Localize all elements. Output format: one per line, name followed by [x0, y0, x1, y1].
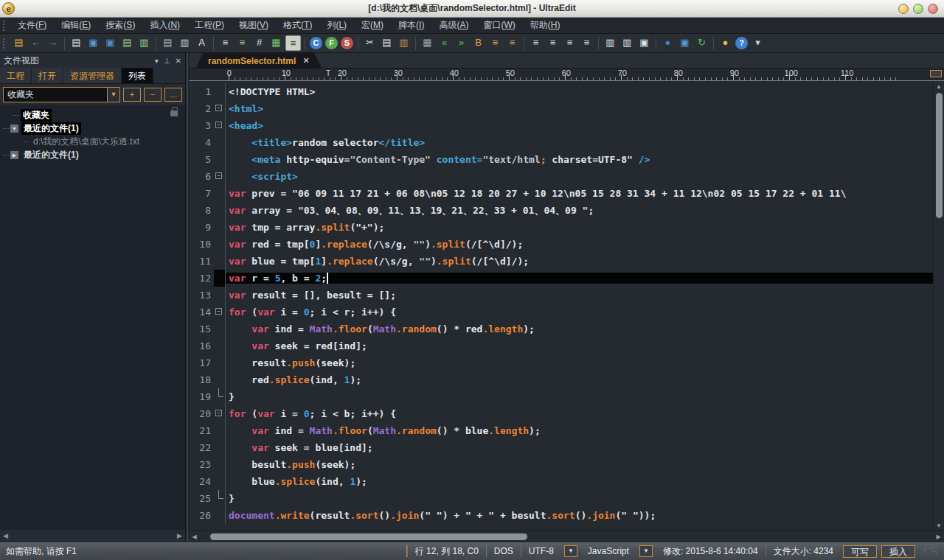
print-icon[interactable]: ▤	[160, 35, 176, 51]
code-line-18[interactable]: 18 red.splice(ind, 1);	[189, 371, 933, 388]
vertical-scroll-thumb[interactable]	[936, 93, 943, 218]
code-line-25[interactable]: 25}	[189, 490, 933, 507]
horizontal-scrollbar[interactable]: ◀ ▶	[189, 531, 944, 542]
sidebar-tab-project[interactable]: 工程	[0, 68, 32, 83]
print-preview-icon[interactable]: ▥	[177, 35, 192, 51]
tile-window-icon[interactable]: ▥	[620, 35, 635, 51]
document-tab[interactable]: randomSelector.html ✕	[196, 53, 322, 68]
code-line-23[interactable]: 23 besult.push(seek);	[189, 456, 933, 473]
ftp-open-icon[interactable]: ▤	[119, 35, 135, 51]
encoding[interactable]: UTF-8	[521, 545, 561, 557]
code-line-17[interactable]: 17 result.push(seek);	[189, 354, 933, 371]
split-window-icon[interactable]: ▥	[603, 35, 618, 51]
code-line-13[interactable]: 13var result = [], besult = [];	[189, 287, 933, 304]
forward-icon[interactable]: →	[45, 35, 60, 51]
maximize-button[interactable]	[913, 4, 923, 14]
function-f-icon[interactable]: F	[325, 37, 338, 49]
code-line-21[interactable]: 21 var ind = Math.floor(Math.random() * …	[189, 422, 933, 439]
menu-item-T[interactable]: 格式(T)	[276, 18, 319, 33]
menu-item-S[interactable]: 搜索(S)	[98, 18, 142, 33]
code-line-16[interactable]: 16 var seek = red[ind];	[189, 337, 933, 354]
menu-item-V[interactable]: 视图(V)	[232, 18, 276, 33]
code-line-15[interactable]: 15 var ind = Math.floor(Math.random() * …	[189, 321, 933, 337]
help-icon[interactable]: ?	[735, 37, 748, 49]
horizontal-scroll-thumb[interactable]	[210, 533, 527, 540]
collapse-icon[interactable]: ▼	[10, 125, 18, 133]
code-line-8[interactable]: 8var array = "03、04、08、09、11、13、19、21、22…	[189, 202, 933, 219]
scroll-left-icon[interactable]: ◀	[189, 533, 200, 540]
menu-item-E[interactable]: 编辑(E)	[54, 18, 98, 33]
scroll-down-icon[interactable]: ▼	[934, 521, 944, 531]
template-list-2-icon[interactable]: ≡	[545, 35, 560, 51]
syntax-mode[interactable]: JavaScript	[580, 545, 636, 557]
html-preview-icon[interactable]: ▣	[677, 35, 693, 51]
title-bar[interactable]: e [d:\我的文档\桌面\randomSelector.html] - Ult…	[0, 0, 944, 18]
add-favorite-button[interactable]: +	[123, 88, 141, 102]
menu-grip[interactable]	[3, 21, 7, 31]
template-list-1-icon[interactable]: ≡	[528, 35, 544, 51]
sidebar-tab-explorer[interactable]: 资源管理器	[63, 68, 122, 83]
writable-toggle[interactable]: 可写	[843, 545, 877, 558]
menu-item-A[interactable]: 高级(A)	[431, 18, 476, 33]
menu-item-P[interactable]: 工程(P)	[187, 18, 232, 33]
copy-icon[interactable]: ▤	[379, 35, 395, 51]
fold-collapse-icon[interactable]: −	[215, 308, 222, 315]
menu-item-M[interactable]: 宏(M)	[354, 18, 391, 33]
expand-icon[interactable]: ▶	[10, 151, 18, 159]
line-format[interactable]: DOS	[486, 545, 521, 557]
duplicate-window-icon[interactable]: ▣	[636, 35, 652, 51]
menu-item-L[interactable]: 列(L)	[319, 18, 354, 33]
code-editor[interactable]: 1<!DOCTYPE HTML>2−<html>3−<head>4 <title…	[189, 81, 933, 531]
panel-close-icon[interactable]: ✕	[176, 57, 181, 65]
code-line-2[interactable]: 2−<html>	[189, 100, 933, 117]
scroll-right-icon[interactable]: ▶	[933, 533, 944, 540]
template-list-3-icon[interactable]: ≡	[562, 35, 577, 51]
toolbar-overflow-icon[interactable]: ▾	[750, 35, 766, 51]
tree-item[interactable]: 收藏夹	[0, 108, 185, 122]
menu-item-W[interactable]: 窗口(W)	[476, 18, 522, 33]
code-line-10[interactable]: 10var red = tmp[0].replace(/\s/g, "").sp…	[189, 236, 933, 253]
syntax-dropdown-icon[interactable]: ▼	[639, 545, 653, 557]
next-change-icon[interactable]: »	[454, 35, 469, 51]
more-favorites-button[interactable]: …	[164, 88, 182, 102]
template-list-4-icon[interactable]: ≡	[579, 35, 594, 51]
panel-pin-icon[interactable]: ⊥	[164, 57, 170, 65]
string-s-icon[interactable]: S	[341, 37, 353, 49]
tree-item[interactable]: d:\我的文档\桌面\大乐透.txt	[0, 135, 185, 148]
prev-change-icon[interactable]: «	[437, 35, 452, 51]
tag-list-icon[interactable]: ≡	[504, 35, 520, 51]
macro-list-icon[interactable]: ≡	[487, 35, 503, 51]
fold-collapse-icon[interactable]: −	[215, 122, 222, 128]
insert-mode-toggle[interactable]: 插入	[881, 545, 915, 558]
menu-item-I[interactable]: 脚本(I)	[391, 18, 431, 33]
vertical-scrollbar[interactable]: ▲ ▼	[933, 81, 944, 531]
case-c-icon[interactable]: C	[310, 37, 322, 49]
menu-item-H[interactable]: 帮助(H)	[523, 18, 568, 33]
tab-close-icon[interactable]: ✕	[302, 56, 309, 66]
toolbar-grip[interactable]	[3, 38, 7, 49]
fold-collapse-icon[interactable]: −	[215, 172, 222, 179]
panel-dropdown-icon[interactable]: ▾	[155, 57, 159, 65]
code-line-3[interactable]: 3−<head>	[189, 117, 933, 134]
fold-collapse-icon[interactable]: −	[215, 410, 222, 416]
refresh-icon[interactable]: ↻	[694, 35, 709, 51]
code-line-19[interactable]: 19}	[189, 388, 933, 405]
code-line-6[interactable]: 6− <script>	[189, 168, 933, 185]
hex-edit-icon[interactable]: #	[251, 35, 267, 51]
code-line-14[interactable]: 14−for (var i = 0; i < r; i++) {	[189, 304, 933, 321]
open-file-icon[interactable]: ▣	[86, 35, 101, 51]
paste-icon[interactable]: ▥	[396, 35, 412, 51]
code-line-12[interactable]: 12var r = 5, b = 2;	[189, 270, 933, 287]
code-line-9[interactable]: 9var tmp = array.split("+");	[189, 219, 933, 236]
sidebar-scroll-left-icon[interactable]: ◀	[3, 532, 8, 539]
back-icon[interactable]: ←	[28, 35, 44, 51]
tree-item[interactable]: ▶最近的文件(1)	[0, 148, 185, 161]
bookmark-b-icon[interactable]: B	[471, 35, 486, 51]
sidebar-tab-list[interactable]: 列表	[122, 68, 153, 83]
favorites-dropdown[interactable]: 收藏夹 ▼	[3, 87, 120, 102]
sort-icon[interactable]: ≡	[235, 35, 250, 51]
code-line-5[interactable]: 5 <meta http-equiv="Content-Type" conten…	[189, 151, 933, 168]
compare-icon[interactable]: ▦	[420, 35, 435, 51]
font-icon[interactable]: A	[194, 35, 209, 51]
code-line-11[interactable]: 11var blue = tmp[1].replace(/\s/g, "").s…	[189, 253, 933, 270]
